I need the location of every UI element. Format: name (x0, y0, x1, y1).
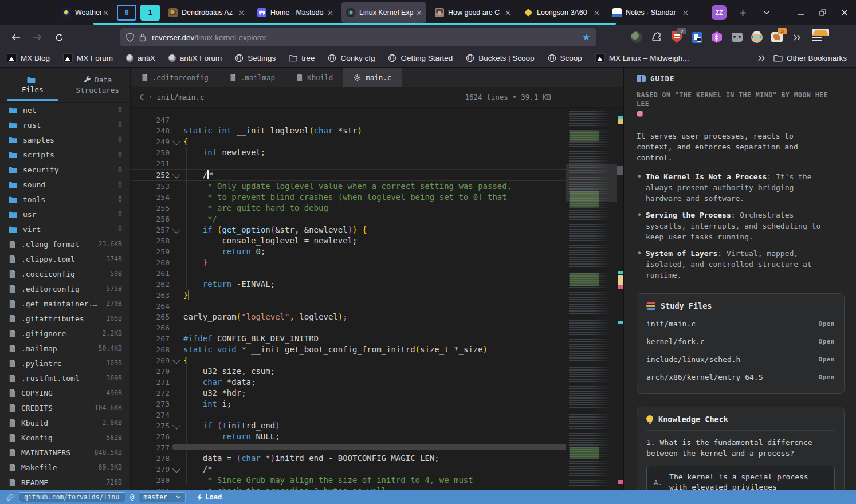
quiz-option[interactable]: A. The kernel is a special process with … (646, 466, 835, 490)
editor-tab-main.c[interactable]: main.c (343, 68, 402, 87)
vertical-scrollbar-thumb[interactable] (617, 166, 623, 175)
hand-extension-icon[interactable]: 3 (771, 31, 783, 44)
purple-hexagon-extension-icon[interactable] (710, 31, 723, 44)
fold-zone[interactable] (170, 136, 183, 147)
sidebar-item-sound[interactable]: sound 0 (0, 177, 130, 192)
sidebar-item-rust[interactable]: rust 0 (0, 117, 130, 132)
fold-zone[interactable] (170, 225, 183, 235)
list-tabs-chevron[interactable] (759, 5, 775, 21)
sidebar-item-.gitignore[interactable]: .gitignore 2.2KB (0, 326, 130, 341)
sidebar-item-.editorconfig[interactable]: .editorconfig 575B (0, 281, 130, 296)
editor-tab-.mailmap[interactable]: .mailmap (219, 68, 285, 87)
sidebar-tab-files[interactable]: Files (0, 68, 65, 102)
robot-extension-icon[interactable] (731, 31, 743, 44)
sidebar-item-.mailmap[interactable]: .mailmap 50.4KB (0, 341, 130, 356)
browser-tab[interactable]: How good are C (430, 2, 515, 23)
menu-button[interactable] (811, 31, 823, 44)
open-file-button[interactable]: Open (819, 373, 835, 381)
tab-close-icon[interactable] (683, 10, 688, 15)
profile-badge[interactable]: ZZ (712, 5, 727, 20)
tab-group-badge[interactable]: 1 (140, 5, 160, 21)
tab-close-icon[interactable] (328, 10, 333, 15)
minimap[interactable] (566, 108, 617, 490)
browser-tab[interactable]: Weather report: (57, 2, 113, 23)
editor-tab-.editorconfig[interactable]: .editorconfig (131, 68, 219, 87)
editor-tab-Kbuild[interactable]: Kbuild (285, 68, 343, 87)
fold-zone[interactable] (170, 420, 183, 431)
sidebar-item-.rustfmt.toml[interactable]: .rustfmt.toml 369B (0, 371, 130, 385)
url-bar[interactable]: reverser.dev/linux-kernel-explorer ★ (120, 28, 596, 46)
bookmark-item[interactable]: MX Forum (63, 53, 113, 63)
sidebar-item-Makefile[interactable]: Makefile 69.3KB (0, 460, 130, 475)
sidebar-item-samples[interactable]: samples 0 (0, 132, 130, 147)
sidebar-item-security[interactable]: security 0 (0, 162, 130, 177)
minimize-button[interactable] (798, 9, 804, 16)
sidebar-item-.gitattributes[interactable]: .gitattributes 105B (0, 311, 130, 326)
bookmark-item[interactable]: antiX (126, 54, 155, 62)
bookmarks-overflow-chevron[interactable] (757, 55, 765, 61)
close-button[interactable] (841, 9, 848, 16)
sidebar-item-net[interactable]: net 0 (0, 103, 130, 117)
bookmark-item[interactable]: antiX Forum (168, 54, 222, 62)
sidebar-item-virt[interactable]: virt 0 (0, 222, 130, 237)
bookmark-item[interactable]: MX Blog (7, 53, 50, 63)
back-button[interactable] (7, 29, 24, 46)
tab-close-icon[interactable] (103, 10, 108, 15)
sidebar-tab-data-structures[interactable]: Data Structures (65, 68, 131, 102)
shield-icon[interactable] (126, 33, 134, 42)
browser-tab[interactable]: Home - Mastodo (253, 2, 337, 23)
sidebar-item-.clippy.toml[interactable]: .clippy.toml 374B (0, 251, 130, 266)
new-tab-button[interactable] (735, 5, 751, 21)
browser-tab[interactable]: Loongson 3A60 (519, 2, 604, 23)
sidebar-item-CREDITS[interactable]: CREDITS 104.6KB (0, 400, 130, 415)
globe-extension-icon[interactable] (630, 31, 643, 44)
open-file-button[interactable]: Open (819, 320, 835, 328)
code-area[interactable]: 247 248 static int __init loglevel(char … (131, 108, 566, 490)
browser-tab[interactable]: Notes · Standar (608, 2, 693, 23)
sidebar-item-MAINTAINERS[interactable]: MAINTAINERS 848.5KB (0, 445, 130, 460)
bookmark-item[interactable]: tree (289, 54, 315, 62)
extensions-puzzle-icon[interactable] (650, 31, 663, 44)
sidebar-item-scripts[interactable]: scripts 0 (0, 147, 130, 162)
branch-select[interactable]: master (139, 492, 186, 502)
restore-button[interactable] (819, 9, 826, 16)
other-bookmarks-folder[interactable]: Other Bookmarks (773, 54, 847, 62)
password-manager-extension-icon[interactable] (690, 31, 703, 44)
open-file-button[interactable]: Open (819, 338, 835, 345)
tab-close-icon[interactable] (505, 10, 511, 15)
bookmark-item[interactable]: Conky cfg (328, 54, 375, 62)
sidebar-item-usr[interactable]: usr 0 (0, 207, 130, 222)
avatar-extension-icon[interactable] (751, 31, 763, 44)
sidebar-item-.cocciconfig[interactable]: .cocciconfig 59B (0, 266, 130, 281)
code-editor[interactable]: .editorconfig .mailmap Kbuild main.c C •… (131, 68, 623, 490)
bookmark-item[interactable]: Buckets | Scoop (466, 54, 534, 62)
lock-icon[interactable] (139, 33, 146, 42)
sidebar-item-COPYING[interactable]: COPYING 496B (0, 385, 130, 400)
tab-close-icon[interactable] (417, 10, 422, 15)
fold-zone[interactable] (170, 355, 183, 366)
sidebar-item-tools[interactable]: tools 0 (0, 192, 130, 207)
forward-button[interactable] (29, 29, 46, 46)
sidebar-item-Kconfig[interactable]: Kconfig 582B (0, 430, 130, 445)
load-button[interactable]: Load (197, 493, 222, 501)
tab-group-badge[interactable]: 0 (117, 5, 136, 21)
tab-close-icon[interactable] (594, 10, 599, 15)
sidebar-item-.get_maintainer.…[interactable]: .get_maintainer.… 270B (0, 296, 130, 311)
ublock-extension-icon[interactable]: 2 (670, 31, 683, 44)
sidebar-item-README[interactable]: README 726B (0, 475, 130, 490)
horizontal-scrollbar[interactable] (172, 444, 573, 450)
open-file-button[interactable]: Open (819, 356, 835, 363)
bookmark-item[interactable]: MX Linux – Midweigh... (595, 53, 689, 63)
bookmark-item[interactable]: Getting Started (388, 54, 453, 62)
toolbar-overflow-chevron[interactable] (791, 31, 803, 44)
repo-input[interactable] (19, 492, 125, 502)
bookmark-item[interactable]: Settings (235, 54, 276, 62)
bookmark-star-icon[interactable]: ★ (583, 32, 590, 42)
tab-close-icon[interactable] (239, 10, 244, 15)
sidebar-item-Kbuild[interactable]: Kbuild 2.8KB (0, 415, 130, 430)
fold-zone[interactable] (170, 464, 183, 475)
sidebar-item-.clang-format[interactable]: .clang-format 23.6KB (0, 237, 130, 251)
bookmark-item[interactable]: Scoop (548, 54, 582, 62)
minimap-viewport[interactable] (566, 164, 617, 202)
reload-button[interactable] (50, 29, 68, 46)
